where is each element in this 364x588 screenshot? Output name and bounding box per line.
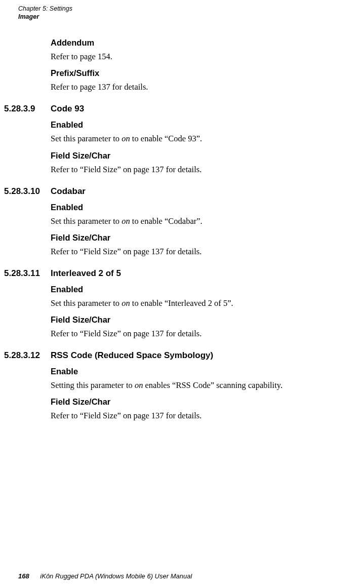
enabled-heading: Enabled (51, 285, 346, 294)
field-size-heading: Field Size/Char (51, 315, 346, 325)
addendum-heading: Addendum (51, 38, 346, 48)
field-size-heading: Field Size/Char (51, 151, 346, 161)
text: to enable “Interleaved 2 of 5”. (130, 298, 233, 308)
field-size-body: Refer to “Field Size” on page 137 for de… (51, 410, 346, 421)
page: Chapter 5: Settings Imager Addendum Refe… (0, 0, 364, 588)
section-number: 5.28.3.11 (4, 268, 51, 279)
enable-body: Setting this parameter to on enables “RS… (51, 379, 346, 391)
enabled-heading: Enabled (51, 120, 346, 130)
section-heading-interleaved: 5.28.3.11 Interleaved 2 of 5 (4, 268, 346, 279)
prefix-suffix-body: Refer to page 137 for details. (51, 81, 346, 93)
footer: 168 iKôn Rugged PDA (Windows Mobile 6) U… (18, 572, 346, 580)
text: enables “RSS Code” scanning capability. (143, 380, 282, 390)
enabled-body: Set this parameter to on to enable “Code… (51, 133, 346, 144)
section-title: Interleaved 2 of 5 (51, 268, 346, 279)
header-section: Imager (18, 13, 346, 21)
field-size-heading: Field Size/Char (51, 233, 346, 243)
text: Set this parameter to (51, 298, 122, 308)
section-title: Codabar (51, 186, 346, 197)
section-title: Code 93 (51, 104, 346, 114)
text: to enable “Codabar”. (130, 216, 203, 226)
text: Set this parameter to (51, 134, 122, 143)
section-number: 5.28.3.10 (4, 186, 51, 197)
running-header: Chapter 5: Settings Imager (18, 0, 346, 21)
italic-on: on (122, 134, 130, 143)
italic-on: on (135, 380, 143, 390)
field-size-heading: Field Size/Char (51, 397, 346, 407)
prefix-suffix-heading: Prefix/Suffix (51, 68, 346, 78)
italic-on: on (122, 298, 130, 308)
content-area: Addendum Refer to page 154. Prefix/Suffi… (18, 21, 346, 421)
book-title: iKôn Rugged PDA (Windows Mobile 6) User … (40, 572, 192, 580)
italic-on: on (122, 216, 130, 226)
section-heading-rss: 5.28.3.12 RSS Code (Reduced Space Symbol… (4, 350, 346, 361)
section-number: 5.28.3.12 (4, 350, 51, 361)
field-size-body: Refer to “Field Size” on page 137 for de… (51, 246, 346, 257)
page-number: 168 (18, 572, 29, 580)
section-heading-code93: 5.28.3.9 Code 93 (4, 104, 346, 114)
section-number: 5.28.3.9 (4, 104, 51, 114)
enable-heading: Enable (51, 367, 346, 376)
section-title: RSS Code (Reduced Space Symbology) (51, 350, 346, 361)
enabled-heading: Enabled (51, 203, 346, 212)
text: to enable “Code 93”. (130, 134, 203, 143)
header-chapter: Chapter 5: Settings (18, 5, 346, 13)
enabled-body: Set this parameter to on to enable “Coda… (51, 215, 346, 227)
addendum-body: Refer to page 154. (51, 51, 346, 62)
enabled-body: Set this parameter to on to enable “Inte… (51, 297, 346, 309)
text: Set this parameter to (51, 216, 122, 226)
text: Setting this parameter to (51, 380, 135, 390)
field-size-body: Refer to “Field Size” on page 137 for de… (51, 328, 346, 339)
field-size-body: Refer to “Field Size” on page 137 for de… (51, 164, 346, 175)
section-heading-codabar: 5.28.3.10 Codabar (4, 186, 346, 197)
